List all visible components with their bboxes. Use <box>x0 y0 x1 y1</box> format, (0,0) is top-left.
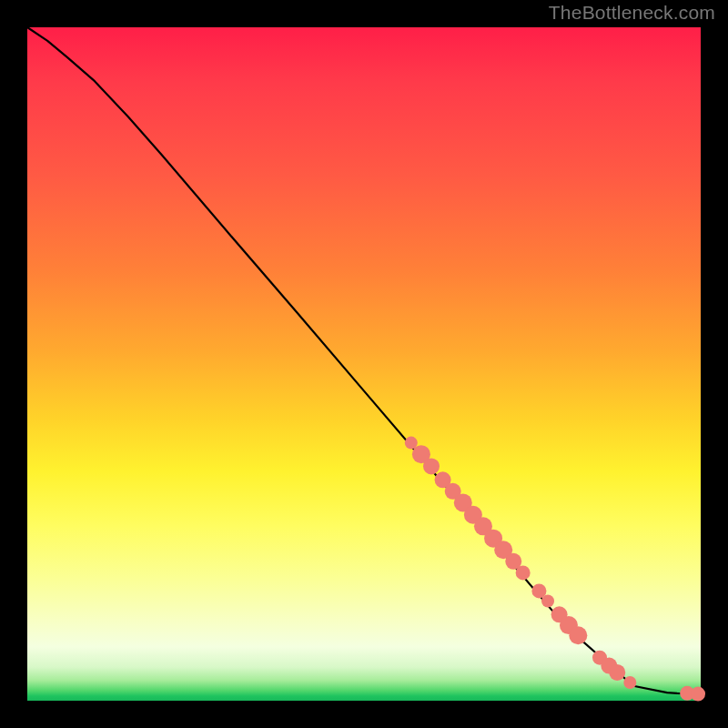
bottleneck-curve <box>27 27 701 694</box>
data-marker <box>623 676 636 689</box>
watermark-text: TheBottleneck.com <box>549 2 715 24</box>
data-marker <box>516 565 531 580</box>
plot-area <box>27 27 701 701</box>
data-marker <box>691 687 705 702</box>
data-marker <box>541 594 554 607</box>
data-marker <box>569 626 587 644</box>
data-marker <box>609 664 625 681</box>
chart-stage: TheBottleneck.com <box>0 0 728 728</box>
curve-layer <box>27 27 701 701</box>
data-markers <box>405 437 705 702</box>
data-marker <box>423 458 440 474</box>
